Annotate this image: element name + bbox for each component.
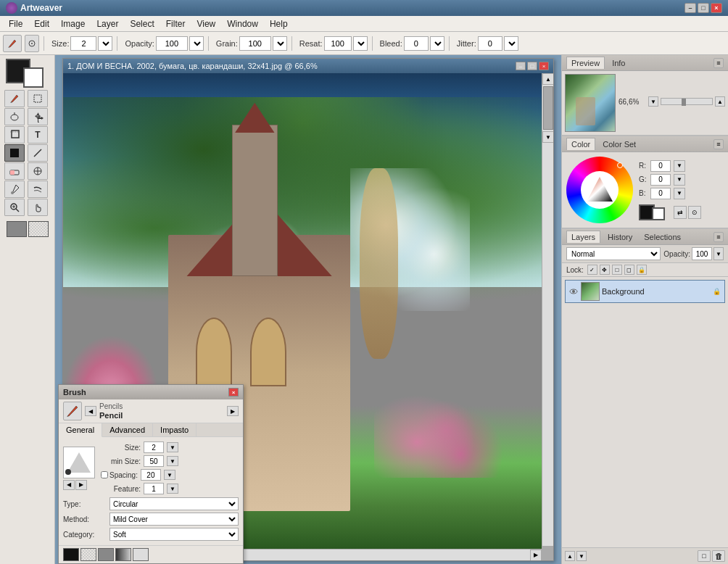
lock-pixels-button[interactable]: ✓ (587, 265, 597, 275)
brush-shape-next[interactable]: ▶ (75, 480, 87, 490)
vertical-scrollbar[interactable]: ▲ ▼ (542, 73, 553, 546)
brush-swatch-3[interactable] (98, 548, 114, 561)
layer-row-background[interactable]: Background 🔒 (565, 280, 725, 303)
scroll-down-button[interactable]: ▼ (542, 131, 553, 143)
reset-colors-button[interactable]: ⊙ (688, 206, 701, 219)
menu-select[interactable]: Select (124, 17, 160, 30)
b-dropdown[interactable]: ▼ (674, 188, 685, 199)
tab-color[interactable]: Color (566, 138, 595, 150)
menu-view[interactable]: View (191, 17, 221, 30)
opacity-input[interactable] (692, 247, 712, 260)
bleed-select[interactable]: ▼ (430, 36, 444, 51)
brush-size-dropdown[interactable]: ▼ (167, 442, 178, 452)
method-select[interactable]: Mild Cover (109, 513, 239, 526)
layers-nav-down[interactable]: ▼ (576, 551, 587, 561)
eraser-tool[interactable] (4, 162, 25, 180)
jitter-input[interactable] (478, 36, 502, 51)
layers-options-button[interactable]: ≡ (713, 232, 724, 242)
brush-tool-icon[interactable] (3, 35, 22, 52)
brush-spacing-input[interactable] (141, 469, 161, 481)
lasso-tool[interactable] (4, 108, 25, 125)
zoom-tool[interactable] (4, 199, 25, 216)
color-wheel-container[interactable] (566, 157, 633, 223)
brush-shape-prev[interactable]: ◀ (63, 480, 75, 490)
lock-all-button[interactable]: 🔒 (637, 265, 647, 275)
brush-swatch-1[interactable] (63, 548, 79, 561)
brush-min-size-input[interactable] (144, 455, 164, 467)
menu-filter[interactable]: Filter (160, 17, 191, 30)
brush-swatch-4[interactable] (115, 548, 131, 561)
pattern-swatch-2[interactable] (28, 221, 49, 237)
color-wheel-handle[interactable] (617, 162, 623, 168)
brush-min-size-dropdown[interactable]: ▼ (167, 456, 178, 466)
layers-nav-up[interactable]: ▲ (565, 551, 575, 561)
scroll-up-button[interactable]: ▲ (542, 73, 553, 85)
menu-window[interactable]: Window (221, 17, 264, 30)
opacity-select[interactable]: ▼ (189, 36, 204, 51)
tab-impasto[interactable]: Impasto (153, 423, 197, 436)
color-options-button[interactable]: ≡ (713, 139, 724, 149)
text-tool[interactable]: T (28, 126, 48, 144)
brush-spacing-dropdown[interactable]: ▼ (164, 470, 175, 480)
size-select[interactable]: ▼ (98, 36, 112, 51)
crop-tool[interactable] (4, 126, 25, 144)
canvas-maximize[interactable]: □ (527, 62, 537, 70)
tab-layers[interactable]: Layers (566, 231, 600, 243)
resat-select[interactable]: ▼ (353, 36, 368, 51)
bg-color-swatch[interactable] (652, 207, 665, 220)
preview-options-button[interactable]: ≡ (713, 58, 724, 68)
lock-layer-button[interactable]: □ (612, 265, 622, 275)
lock-alpha-button[interactable]: ◻ (624, 265, 634, 275)
jitter-select[interactable]: ▼ (504, 36, 518, 51)
type-select[interactable]: Circular (109, 497, 239, 510)
opacity-input[interactable] (156, 36, 188, 51)
brush-preview-icon[interactable] (63, 402, 82, 420)
canvas-close[interactable]: × (539, 62, 549, 70)
tab-selections[interactable]: Selections (640, 231, 685, 243)
select-tool[interactable] (28, 90, 48, 107)
opacity-dropdown[interactable]: ▼ (713, 247, 724, 260)
hand-tool[interactable] (28, 199, 48, 216)
scroll-right-button[interactable]: ▶ (530, 550, 542, 561)
tab-colorset[interactable]: Color Set (598, 138, 640, 150)
smudge-tool[interactable] (28, 181, 48, 198)
brush-size-input[interactable] (144, 441, 164, 453)
tab-preview[interactable]: Preview (566, 57, 605, 69)
vertical-scrollbar-thumb[interactable] (543, 86, 553, 130)
size-input[interactable] (70, 36, 96, 51)
brush-feature-input[interactable] (144, 483, 164, 494)
menu-edit[interactable]: Edit (28, 17, 55, 30)
eyedropper-tool[interactable] (4, 181, 25, 198)
brush-close-button[interactable]: × (228, 388, 239, 397)
fill-tool[interactable] (4, 144, 25, 162)
color-wheel[interactable] (566, 157, 633, 223)
menu-help[interactable]: Help (264, 17, 294, 30)
spacing-checkbox[interactable] (101, 471, 108, 478)
b-value[interactable] (650, 188, 671, 199)
tab-advanced[interactable]: Advanced (102, 423, 153, 436)
category-select[interactable]: Soft (109, 528, 239, 541)
background-color[interactable] (23, 67, 44, 88)
layer-visibility-toggle[interactable] (568, 286, 579, 296)
close-button[interactable]: × (711, 3, 722, 13)
menu-image[interactable]: Image (55, 17, 91, 30)
line-tool[interactable] (28, 144, 48, 162)
zoom-collapse-button[interactable]: ▲ (715, 96, 725, 107)
move-tool[interactable]: ✥ (28, 108, 48, 125)
pattern-swatch-1[interactable] (7, 221, 27, 237)
brush-next-button[interactable]: ▶ (227, 406, 239, 416)
grain-input[interactable] (239, 36, 271, 51)
g-value[interactable] (650, 174, 671, 186)
lock-move-button[interactable]: ✥ (600, 265, 610, 275)
tab-history[interactable]: History (603, 231, 637, 243)
zoom-slider[interactable] (661, 98, 713, 105)
maximize-button[interactable]: □ (698, 3, 709, 13)
canvas-minimize[interactable]: – (516, 62, 526, 70)
zoom-dropdown-button[interactable]: ▼ (648, 96, 658, 107)
bleed-input[interactable] (404, 36, 429, 51)
brush-feature-dropdown[interactable]: ▼ (167, 484, 178, 494)
resat-input[interactable] (324, 36, 352, 51)
grain-select[interactable]: ▼ (273, 36, 287, 51)
minimize-button[interactable]: – (684, 3, 696, 13)
add-layer-button[interactable]: □ (698, 550, 711, 562)
